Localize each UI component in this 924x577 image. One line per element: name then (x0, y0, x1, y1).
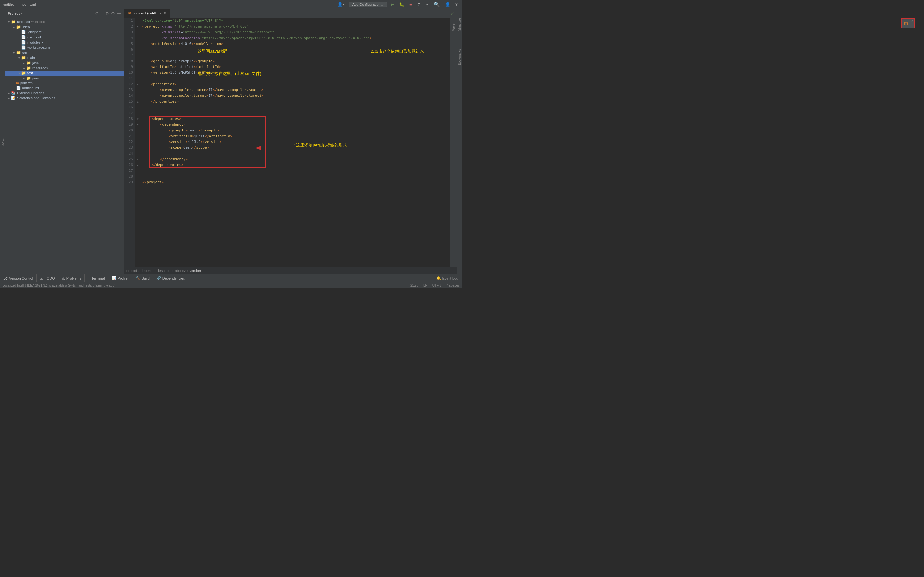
code-line-24 (142, 151, 447, 156)
search-icon[interactable]: 🔍 (432, 1, 441, 8)
tab-bar: m pom.xml (untitled) ✕ ⋮ ✓ (124, 9, 457, 18)
cursor-position: 21:28 (410, 284, 418, 287)
sidebar-tree: ▾ 📁 untitled ~/untitled ▸ 📁 .idea 📄 .git… (5, 18, 124, 274)
terminal-button[interactable]: _ Terminal (85, 274, 108, 282)
code-line-3: xmlns:xsi="http://www.w3.org/2001/XMLSch… (142, 29, 447, 35)
event-log-button[interactable]: 🔔 Event Log (436, 276, 458, 280)
tree-item-test[interactable]: ▾ 📁 test (5, 71, 124, 76)
tree-item-extlibs[interactable]: ▸ 📚 External Libraries (5, 90, 124, 95)
tree-item-scratches[interactable]: ▸ 📝 Scratches and Consoles (5, 95, 124, 101)
tree-item-modules[interactable]: 📄 modules.xml (5, 40, 124, 45)
code-line-17 (142, 110, 447, 116)
sidebar-header: Project ▾ ⟳ ≡ ⚙ ⚙ — (5, 9, 124, 18)
breadcrumb-project[interactable]: project (126, 269, 137, 272)
dependencies-icon: 🔗 (156, 276, 161, 280)
collapse-icon[interactable]: ≡ (101, 11, 103, 16)
code-editor[interactable]: <?xml version="1.0" encoding="UTF-8"?> <… (140, 18, 450, 267)
indent-settings: 4 spaces (447, 284, 459, 287)
breadcrumb-dependencies[interactable]: dependencies (141, 269, 163, 272)
terminal-label: Terminal (91, 276, 105, 280)
code-line-15: </properties> (142, 99, 447, 105)
editor-content: 1 2 3 4 5 6 7 8 9 10 11 12 13 14 15 16 1… (124, 18, 457, 267)
filter-icon[interactable]: ⚙ (105, 11, 109, 16)
breadcrumb-bar: project › dependencies › dependency › ve… (124, 267, 457, 274)
line-ending: LF (423, 284, 427, 287)
problems-button[interactable]: ⚠ Problems (58, 274, 85, 282)
minimize-icon[interactable]: — (117, 11, 121, 16)
tree-item-pom[interactable]: m pom.xml (5, 81, 124, 85)
code-line-16 (142, 105, 447, 110)
right-panel: Maven (450, 18, 457, 267)
bottom-bar: ⎇ Version Control ☑ TODO ⚠ Problems _ Te… (0, 274, 462, 282)
debug-icon[interactable]: 🐛 (398, 1, 405, 7)
build-label: Build (142, 276, 149, 280)
tree-item-iml[interactable]: 📄 untitled.iml (5, 85, 124, 90)
help-icon[interactable]: ? (454, 1, 459, 7)
version-control-icon: ⎇ (3, 276, 8, 280)
code-line-27 (142, 168, 447, 174)
event-log-icon: 🔔 (436, 276, 441, 280)
code-line-8: <groupId>org.example</groupId> (142, 58, 447, 64)
maven-panel-label[interactable]: Maven (451, 19, 456, 34)
right-side-labels: Structure Bookmarks (457, 9, 462, 274)
tree-item-untitled[interactable]: ▾ 📁 untitled ~/untitled (5, 19, 124, 24)
todo-icon: ☑ (40, 276, 43, 280)
code-line-1: <?xml version="1.0" encoding="UTF-8"?> (142, 18, 447, 24)
tab-close-icon[interactable]: ✕ (164, 11, 166, 15)
sidebar: Project ▾ ⟳ ≡ ⚙ ⚙ — ▾ 📁 untitled ~/untit… (5, 9, 124, 274)
tree-item-idea[interactable]: ▸ 📁 .idea (5, 24, 124, 29)
code-line-12: <properties> (142, 81, 447, 87)
breadcrumb-sep-1: › (138, 269, 140, 272)
stop-icon[interactable]: ■ (408, 1, 413, 7)
tree-item-src[interactable]: ▾ 📁 src (5, 50, 124, 55)
code-line-25: </dependency> (142, 156, 447, 162)
breadcrumb-version[interactable]: version (190, 269, 201, 272)
code-line-2: <project xmlns="http://maven.apache.org/… (142, 24, 447, 29)
version-control-button[interactable]: ⎇ Version Control (0, 274, 37, 282)
breadcrumb-sep-2: › (164, 269, 165, 272)
breadcrumb-sep-3: › (187, 269, 188, 272)
problems-label: Problems (66, 276, 81, 280)
terminal-icon: _ (88, 276, 90, 280)
tree-item-workspace[interactable]: 📄 workspace.xml (5, 45, 124, 50)
tab-more-icon[interactable]: ⋮ (444, 11, 451, 16)
tree-item-gitignore[interactable]: 📄 .gitignore (5, 29, 124, 35)
add-config-button[interactable]: Add Configuration... (349, 2, 387, 7)
dependencies-button[interactable]: 🔗 Dependencies (153, 274, 188, 282)
project-label[interactable]: Project (0, 9, 5, 274)
run-icon[interactable]: ▶ (389, 1, 395, 7)
code-line-11 (142, 76, 447, 81)
annotation-config-files: 配置文件放在这里。(比如xml文件) (198, 71, 261, 77)
sync-icon[interactable]: ⟳ (95, 11, 99, 16)
code-line-9: <artifactId>untitled</artifactId> (142, 64, 447, 70)
breadcrumb-dependency[interactable]: dependency (166, 269, 186, 272)
code-line-29: </project> (142, 179, 447, 185)
status-bar: Localized IntelliJ IDEA 2021.3.2 is avai… (0, 282, 462, 288)
dependencies-label: Dependencies (162, 276, 185, 280)
avatar-icon[interactable]: 👤 (444, 1, 451, 7)
profiler-button[interactable]: 📊 Profiler (108, 274, 132, 282)
code-line-4: xsi:schemaLocation="http://maven.apache.… (142, 35, 447, 41)
tree-item-java-test[interactable]: ▸ 📁 java (5, 76, 124, 81)
more-run-icon[interactable]: ▾ (425, 1, 430, 7)
tree-item-resources[interactable]: ▸ 📁 resources (5, 65, 124, 71)
profile-icon[interactable]: 👤▾ (336, 1, 346, 7)
editor-tab[interactable]: m pom.xml (untitled) ✕ (124, 9, 170, 18)
annotation-add-jar: 1这里添加jar包以标签的形式 (294, 142, 347, 148)
code-line-18: <dependencies> (142, 116, 447, 122)
settings-icon[interactable]: ⚙ (111, 11, 115, 16)
tree-item-java-main[interactable]: ▸ 📁 java (5, 60, 124, 65)
bookmarks-label[interactable]: Bookmarks (457, 47, 462, 68)
sidebar-dropdown-icon[interactable]: ▾ (21, 11, 23, 15)
todo-button[interactable]: ☑ TODO (37, 274, 58, 282)
file-saved-icon: ✓ (451, 11, 457, 16)
build-button[interactable]: 🔨 Build (132, 274, 153, 282)
coverage-icon[interactable]: ☂ (416, 1, 422, 7)
annotation-click-dep: 2.点击这个依赖自己加载进来 (371, 48, 424, 54)
tree-item-misc[interactable]: 📄 misc.xml (5, 35, 124, 40)
event-log-label: Event Log (442, 276, 458, 280)
structure-label[interactable]: Structure (457, 15, 462, 34)
code-line-10: <version>1.0-SNAPSHOT</version> (142, 70, 447, 76)
version-control-label: Version Control (9, 276, 33, 280)
tree-item-main[interactable]: ▾ 📁 main (5, 55, 124, 60)
